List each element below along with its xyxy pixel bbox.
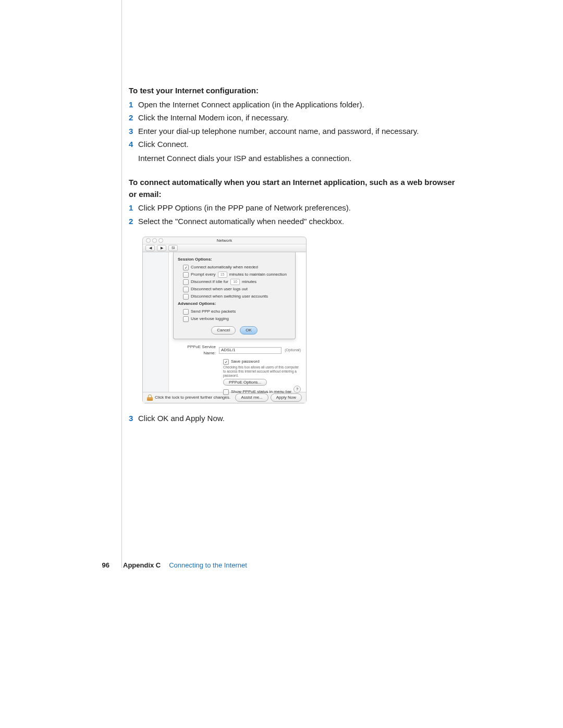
step-num: 2 <box>129 112 138 124</box>
option-label: Disconnect when user logs out <box>191 286 248 292</box>
pppoe-options-row: PPPoE Options... <box>223 379 301 386</box>
option-label: Disconnect when switching user accounts <box>191 293 268 300</box>
opt-disconnect-logout[interactable]: Disconnect when user logs out <box>183 286 291 292</box>
step-2b: 2 Select the "Connect automatically when… <box>129 216 462 228</box>
window-title: Network <box>143 238 306 244</box>
idle-minutes-field[interactable]: 10 <box>230 279 240 285</box>
advanced-options-header: Advanced Options: <box>178 301 291 307</box>
option-label: Use verbose logging <box>191 316 229 322</box>
checkbox-checked-icon[interactable] <box>223 359 229 365</box>
checkbox-icon[interactable] <box>223 389 229 395</box>
appendix-label: Appendix C <box>123 561 161 569</box>
step-text: Enter your dial-up telephone number, acc… <box>138 126 419 138</box>
chapter-title: Connecting to the Internet <box>169 561 247 569</box>
opt-prompt-every[interactable]: Prompt every 15 minutes to maintain conn… <box>183 272 291 278</box>
toolbar: ◀ ▶ Sl <box>143 244 306 252</box>
screenshot-network-prefs: Network ◀ ▶ Sl Session Options: Con <box>142 237 307 403</box>
step-text: Click the Internal Modem icon, if necess… <box>138 112 289 124</box>
heading-auto-connect: To connect automatically when you start … <box>129 177 462 200</box>
service-name-row: PPPoE Service Name: ADSL/1 (Optional) <box>174 344 301 356</box>
step-text: Click Connect. <box>138 139 189 151</box>
session-options-header: Session Options: <box>178 256 291 263</box>
sheet-buttons: Cancel OK <box>178 326 291 335</box>
step-num: 1 <box>129 202 138 214</box>
body-content: To test your Internet configuration: 1 O… <box>129 85 462 426</box>
heading-test-config: To test your Internet configuration: <box>129 85 462 97</box>
page-footer: 96 Appendix C Connecting to the Internet <box>0 561 563 569</box>
step-num: 4 <box>129 139 138 151</box>
left-margin-rule <box>121 0 122 568</box>
save-password-row[interactable]: Save password <box>223 359 301 365</box>
show-status-label: Show PPPoE status in menu bar <box>231 389 291 395</box>
titlebar: Network <box>143 237 306 244</box>
step-num: 3 <box>129 413 138 425</box>
cancel-button[interactable]: Cancel <box>211 326 236 335</box>
checkbox-icon[interactable] <box>183 294 189 300</box>
step-text: Select the "Connect automatically when n… <box>138 216 344 228</box>
services-sidebar[interactable] <box>143 252 169 392</box>
opt-disconnect-idle[interactable]: Disconnect if idle for 10 minutes <box>183 279 291 285</box>
service-name-field[interactable]: ADSL/1 <box>219 347 282 354</box>
show-status-row[interactable]: Show PPPoE status in menu bar <box>223 389 301 395</box>
window-body: Session Options: Connect automatically w… <box>143 252 306 392</box>
opt-echo[interactable]: Send PPP echo packets <box>183 309 291 315</box>
checkbox-icon[interactable] <box>183 309 189 315</box>
forward-button[interactable]: ▶ <box>157 245 166 251</box>
main-area: Session Options: Connect automatically w… <box>169 252 306 392</box>
pppoe-section: PPPoE Service Name: ADSL/1 (Optional) Sa… <box>169 344 306 395</box>
option-label: Disconnect if idle for <box>191 279 228 285</box>
step-text: Click PPP Options (in the PPP pane of Ne… <box>138 202 351 214</box>
checkbox-icon[interactable] <box>183 272 189 278</box>
step-1b: 1 Click PPP Options (in the PPP pane of … <box>129 202 462 214</box>
step-2: 2 Click the Internal Modem icon, if nece… <box>129 112 462 124</box>
step-text: Open the Internet Connect application (i… <box>138 99 364 111</box>
option-label: Send PPP echo packets <box>191 309 236 315</box>
back-button[interactable]: ◀ <box>145 245 155 251</box>
step-3: 3 Enter your dial-up telephone number, a… <box>129 126 462 138</box>
option-label: minutes to maintain connection <box>229 272 287 278</box>
opt-connect-auto[interactable]: Connect automatically when needed <box>183 264 291 270</box>
step-num: 2 <box>129 216 138 228</box>
service-name-label: PPPoE Service Name: <box>174 344 216 356</box>
option-label: minutes <box>242 279 256 285</box>
step-3b: 3 Click OK and Apply Now. <box>129 413 462 425</box>
lock-icon[interactable] <box>147 394 153 401</box>
option-label: Connect automatically when needed <box>191 264 258 270</box>
checkbox-icon[interactable] <box>183 279 189 285</box>
ok-button[interactable]: OK <box>240 326 258 335</box>
after-step-note: Internet Connect dials your ISP and esta… <box>138 153 462 165</box>
step-text: Click OK and Apply Now. <box>138 413 225 425</box>
show-all-button[interactable]: Sl <box>168 245 178 251</box>
opt-disconnect-switch[interactable]: Disconnect when switching user accounts <box>183 293 291 300</box>
opt-verbose[interactable]: Use verbose logging <box>183 316 291 322</box>
step-num: 3 <box>129 126 138 138</box>
page-number: 96 <box>0 561 123 569</box>
save-password-label: Save password <box>231 359 260 365</box>
lock-hint: Click the lock to prevent further change… <box>155 394 230 401</box>
option-label: Prompt every <box>191 272 216 278</box>
checkbox-icon[interactable] <box>183 287 189 292</box>
step-num: 1 <box>129 99 138 111</box>
manual-page: To test your Internet configuration: 1 O… <box>0 0 563 728</box>
mac-window: Network ◀ ▶ Sl Session Options: Con <box>142 237 307 403</box>
checkbox-icon[interactable] <box>183 316 189 322</box>
optional-label: (Optional) <box>285 348 301 353</box>
step-1: 1 Open the Internet Connect application … <box>129 99 462 111</box>
save-password-hint: Checking this box allows all users of th… <box>223 365 301 377</box>
ppp-options-sheet: Session Options: Connect automatically w… <box>173 252 296 339</box>
prompt-minutes-field[interactable]: 15 <box>218 272 227 278</box>
pppoe-options-button[interactable]: PPPoE Options... <box>223 379 267 386</box>
checkbox-checked-icon[interactable] <box>183 265 189 270</box>
step-4: 4 Click Connect. <box>129 139 462 151</box>
